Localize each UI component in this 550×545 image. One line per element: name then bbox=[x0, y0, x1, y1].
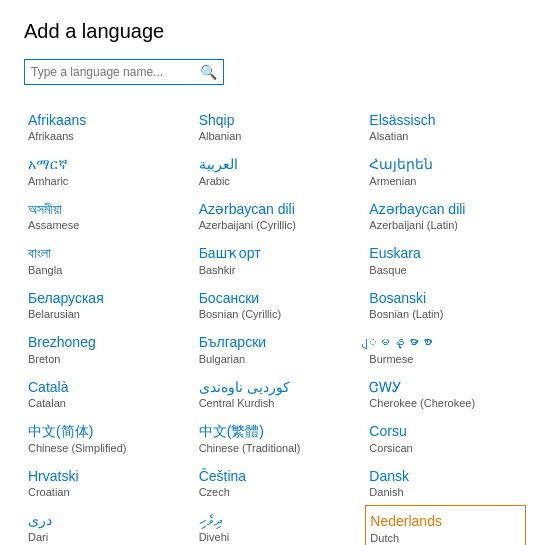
lang-native: Bosnian (Latin) bbox=[369, 307, 522, 321]
list-item[interactable]: AfrikaansAfrikaans bbox=[24, 105, 185, 149]
lang-native: Chinese (Simplified) bbox=[28, 441, 181, 455]
list-item[interactable]: CorsuCorsican bbox=[365, 416, 526, 460]
lang-native: Afrikaans bbox=[28, 129, 181, 143]
list-item[interactable]: ᏣᎳᎩCherokee (Cherokee) bbox=[365, 372, 526, 416]
lang-native: Albanian bbox=[199, 129, 352, 143]
lang-native: Corsican bbox=[369, 441, 522, 455]
list-item[interactable]: Azərbaycan diliAzerbaijani (Cyrillic) bbox=[195, 194, 356, 238]
search-input[interactable] bbox=[31, 65, 200, 79]
list-item[interactable]: ShqipAlbanian bbox=[195, 105, 356, 149]
lang-name: Hrvatski bbox=[28, 467, 181, 485]
list-item[interactable]: ျမန္မာစာBurmese bbox=[365, 327, 526, 371]
lang-native: Amharic bbox=[28, 174, 181, 188]
lang-name: Dansk bbox=[369, 467, 522, 485]
lang-name: Elsässisch bbox=[369, 111, 522, 129]
list-item[interactable]: العربيةArabic bbox=[195, 149, 356, 193]
lang-native: Burmese bbox=[369, 352, 522, 366]
list-item[interactable]: EuskaraBasque bbox=[365, 238, 526, 282]
lang-name: Čeština bbox=[199, 467, 352, 485]
list-item[interactable]: Azərbaycan diliAzerbaijani (Latin) bbox=[365, 194, 526, 238]
lang-native: Dutch bbox=[370, 531, 521, 545]
search-icon: 🔍 bbox=[200, 64, 217, 80]
list-item[interactable]: ČeštinaCzech bbox=[195, 461, 356, 505]
lang-name: অসমীয়া bbox=[28, 200, 181, 218]
lang-name: Български bbox=[199, 333, 352, 351]
lang-name: كوردیی ناوەندی bbox=[199, 378, 352, 396]
lang-native: Bashkir bbox=[199, 263, 352, 277]
lang-name: Bosanski bbox=[369, 289, 522, 307]
list-item[interactable]: БашҡортBashkir bbox=[195, 238, 356, 282]
add-language-page: Add a language 🔍 AfrikaansAfrikaansShqip… bbox=[0, 0, 550, 545]
lang-native: Danish bbox=[369, 485, 522, 499]
lang-native: Dari bbox=[28, 530, 181, 544]
lang-native: Croatian bbox=[28, 485, 181, 499]
lang-name: Հայերեն bbox=[369, 155, 522, 173]
lang-native: Chinese (Traditional) bbox=[199, 441, 352, 455]
lang-name: Català bbox=[28, 378, 181, 396]
lang-native: Catalan bbox=[28, 396, 181, 410]
lang-native: Arabic bbox=[199, 174, 352, 188]
list-item[interactable]: DanskDanish bbox=[365, 461, 526, 505]
list-item[interactable]: CatalàCatalan bbox=[24, 372, 185, 416]
lang-name: አማርኛ bbox=[28, 155, 181, 173]
list-item[interactable]: NederlandsDutch bbox=[365, 505, 526, 545]
lang-native: Czech bbox=[199, 485, 352, 499]
lang-native: Bosnian (Cyrillic) bbox=[199, 307, 352, 321]
lang-name: Nederlands bbox=[370, 512, 521, 530]
lang-name: Afrikaans bbox=[28, 111, 181, 129]
lang-name: Башҡорт bbox=[199, 244, 352, 262]
lang-name: 中文(简体) bbox=[28, 422, 181, 440]
lang-name: Azərbaycan dili bbox=[199, 200, 352, 218]
lang-name: Беларуская bbox=[28, 289, 181, 307]
list-item[interactable]: 中文(简体)Chinese (Simplified) bbox=[24, 416, 185, 460]
lang-name: Euskara bbox=[369, 244, 522, 262]
list-item[interactable]: BrezhonegBreton bbox=[24, 327, 185, 371]
lang-name: বাংলা bbox=[28, 244, 181, 262]
lang-native: Basque bbox=[369, 263, 522, 277]
lang-native: Cherokee (Cherokee) bbox=[369, 396, 522, 410]
search-box[interactable]: 🔍 bbox=[24, 59, 224, 85]
lang-native: Azerbaijani (Latin) bbox=[369, 218, 522, 232]
list-item[interactable]: অসমীয়াAssamese bbox=[24, 194, 185, 238]
list-item[interactable]: BosanskiBosnian (Latin) bbox=[365, 283, 526, 327]
lang-name: دری bbox=[28, 511, 181, 529]
lang-name: Corsu bbox=[369, 422, 522, 440]
lang-native: Central Kurdish bbox=[199, 396, 352, 410]
lang-native: Bangla bbox=[28, 263, 181, 277]
lang-native: Belarusian bbox=[28, 307, 181, 321]
lang-name: ᏣᎳᎩ bbox=[369, 378, 522, 396]
lang-name: ދިވެހި bbox=[199, 511, 352, 529]
list-item[interactable]: БеларускаяBelarusian bbox=[24, 283, 185, 327]
list-item[interactable]: БосанскиBosnian (Cyrillic) bbox=[195, 283, 356, 327]
lang-native: Azerbaijani (Cyrillic) bbox=[199, 218, 352, 232]
list-item[interactable]: 中文(繁體)Chinese (Traditional) bbox=[195, 416, 356, 460]
lang-name: Azərbaycan dili bbox=[369, 200, 522, 218]
lang-native: Divehi bbox=[199, 530, 352, 544]
lang-native: Alsatian bbox=[369, 129, 522, 143]
lang-name: ျမန္မာစာ bbox=[369, 333, 522, 351]
list-item[interactable]: HrvatskiCroatian bbox=[24, 461, 185, 505]
list-item[interactable]: አማርኛAmharic bbox=[24, 149, 185, 193]
lang-native: Assamese bbox=[28, 218, 181, 232]
lang-native: Breton bbox=[28, 352, 181, 366]
list-item[interactable]: دریDari bbox=[24, 505, 185, 545]
list-item[interactable]: বাংলাBangla bbox=[24, 238, 185, 282]
lang-name: Shqip bbox=[199, 111, 352, 129]
list-item[interactable]: كوردیی ناوەندیCentral Kurdish bbox=[195, 372, 356, 416]
lang-native: Armenian bbox=[369, 174, 522, 188]
list-item[interactable]: ދިވެހިDivehi bbox=[195, 505, 356, 545]
languages-grid: AfrikaansAfrikaansShqipAlbanianElsässisc… bbox=[24, 105, 526, 545]
list-item[interactable]: БългарскиBulgarian bbox=[195, 327, 356, 371]
list-item[interactable]: ՀայերենArmenian bbox=[365, 149, 526, 193]
lang-native: Bulgarian bbox=[199, 352, 352, 366]
lang-name: 中文(繁體) bbox=[199, 422, 352, 440]
lang-name: العربية bbox=[199, 155, 352, 173]
list-item[interactable]: ElsässischAlsatian bbox=[365, 105, 526, 149]
page-title: Add a language bbox=[24, 20, 526, 43]
lang-name: Brezhoneg bbox=[28, 333, 181, 351]
lang-name: Босански bbox=[199, 289, 352, 307]
